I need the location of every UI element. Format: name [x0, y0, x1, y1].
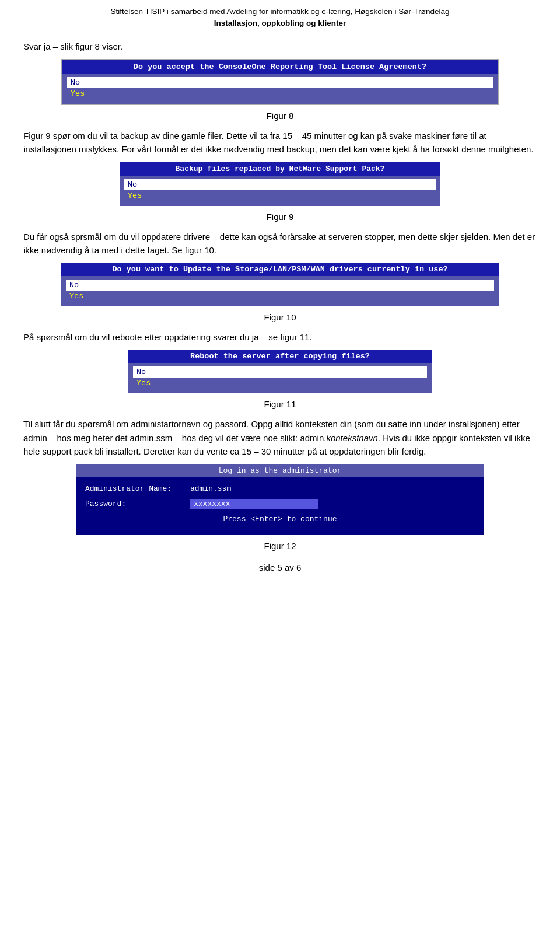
para4-text: Til slutt får du spørsmål om administart… — [23, 417, 537, 458]
fig12-body: Administrator Name: admin.ssm Password: … — [76, 477, 484, 535]
fig9-option1[interactable]: No — [124, 179, 436, 190]
fig12-press-enter: Press <Enter> to continue — [85, 515, 475, 523]
para3-text: På spørsmål om du vil reboote etter oppd… — [23, 330, 537, 344]
header-line2: Installasjon, oppkobling og klienter — [18, 18, 542, 29]
page-wrapper: Stiftelsen TISIP i samarbeid med Avdelin… — [0, 0, 560, 943]
fig9-caption: Figur 9 — [23, 212, 537, 222]
fig10-option1[interactable]: No — [66, 280, 494, 291]
fig12-title: Log in as the administrator — [76, 464, 484, 477]
fig9-option2[interactable]: Yes — [124, 190, 436, 201]
fig12-admin-row: Administrator Name: admin.ssm — [85, 484, 475, 493]
fig12-password-value: xxxxxxxx_ — [190, 499, 318, 509]
para4-italic: kontekstnavn — [326, 433, 377, 443]
intro-text: Svar ja – slik figur 8 viser. — [23, 40, 537, 54]
figure-12-box: Log in as the administrator Administrato… — [76, 464, 484, 535]
fig10-title: Do you want to Update the Storage/LAN/PS… — [61, 263, 499, 276]
fig11-option2[interactable]: Yes — [133, 378, 427, 389]
fig12-admin-label: Administrator Name: — [85, 484, 190, 493]
page-footer: side 5 av 6 — [18, 563, 542, 578]
fig9-body: No Yes — [120, 176, 440, 206]
fig10-body: No Yes — [61, 276, 499, 306]
para1-text: Figur 9 spør om du vil ta backup av dine… — [23, 129, 537, 156]
fig10-caption: Figur 10 — [23, 312, 537, 322]
para2-text: Du får også sprsmål om du vil oppdatere … — [23, 230, 537, 257]
fig9-title: Backup files replaced by NetWare Support… — [120, 162, 440, 176]
fig8-body: No Yes — [62, 74, 498, 104]
figure-9-box: Backup files replaced by NetWare Support… — [120, 162, 440, 206]
fig12-admin-value: admin.ssm — [190, 484, 231, 493]
fig8-option1[interactable]: No — [67, 77, 493, 88]
figure-11-box: Reboot the server after copying files? N… — [128, 350, 432, 393]
content-area: Svar ja – slik figur 8 viser. Do you acc… — [18, 34, 542, 551]
fig12-password-row: Password: xxxxxxxx_ — [85, 499, 475, 509]
page-header: Stiftelsen TISIP i samarbeid med Avdelin… — [18, 0, 542, 34]
fig8-option2[interactable]: Yes — [67, 88, 493, 99]
header-line1: Stiftelsen TISIP i samarbeid med Avdelin… — [18, 6, 542, 18]
fig11-caption: Figur 11 — [23, 399, 537, 409]
figure-10-box: Do you want to Update the Storage/LAN/PS… — [61, 263, 499, 306]
fig8-title: Do you accept the ConsoleOne Reporting T… — [62, 60, 498, 74]
fig10-option2[interactable]: Yes — [66, 291, 494, 302]
fig12-password-label: Password: — [85, 500, 190, 508]
fig11-body: No Yes — [128, 363, 432, 393]
fig11-title: Reboot the server after copying files? — [128, 350, 432, 363]
fig8-caption: Figur 8 — [23, 111, 537, 121]
figure-8-box: Do you accept the ConsoleOne Reporting T… — [61, 59, 499, 105]
fig12-caption: Figur 12 — [23, 541, 537, 551]
fig11-option1[interactable]: No — [133, 366, 427, 378]
